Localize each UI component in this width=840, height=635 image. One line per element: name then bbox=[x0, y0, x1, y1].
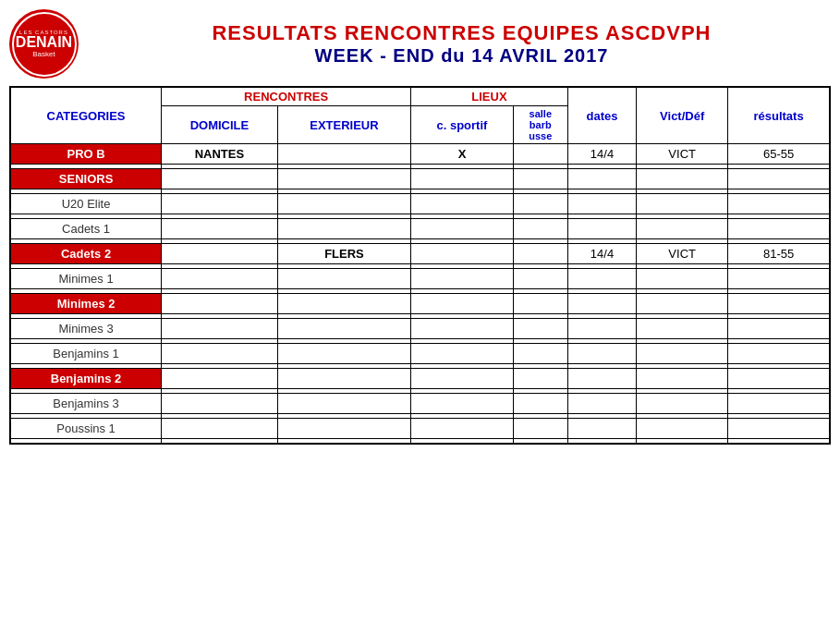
vict-cell bbox=[637, 419, 728, 439]
exterieur-cell bbox=[277, 219, 410, 239]
col-header-resultats: résultats bbox=[728, 87, 830, 144]
result-cell: 81-55 bbox=[728, 244, 830, 264]
csportif-cell bbox=[411, 269, 514, 289]
salle-cell bbox=[513, 169, 567, 189]
date-cell bbox=[567, 194, 636, 214]
col-header-csportif: c. sportif bbox=[411, 106, 514, 144]
result-cell bbox=[728, 294, 830, 314]
csportif-cell bbox=[411, 394, 514, 414]
result-cell bbox=[728, 344, 830, 364]
table-row: Poussins 1 bbox=[10, 419, 830, 439]
logo: LES CASTORS DENAIN Basket bbox=[9, 9, 79, 79]
domicile-cell bbox=[162, 244, 278, 264]
category-cell: Benjamins 2 bbox=[10, 369, 162, 389]
date-cell bbox=[567, 169, 636, 189]
col-header-dates: dates bbox=[567, 87, 636, 144]
results-table: CATEGORIES RENCONTRES LIEUX dates Vict/D… bbox=[9, 86, 831, 445]
vict-cell: VICT bbox=[637, 144, 728, 165]
vict-cell bbox=[637, 319, 728, 339]
table-row: Minimes 2 bbox=[10, 294, 830, 314]
category-cell: Poussins 1 bbox=[10, 419, 162, 439]
col-header-salle: sallebarbusse bbox=[513, 106, 567, 144]
csportif-cell: X bbox=[411, 144, 514, 165]
exterieur-cell bbox=[277, 144, 410, 165]
exterieur-cell bbox=[277, 169, 410, 189]
csportif-cell bbox=[411, 319, 514, 339]
result-cell: 65-55 bbox=[728, 144, 830, 165]
col-header-exterieur: EXTERIEUR bbox=[277, 106, 410, 144]
vict-cell bbox=[637, 294, 728, 314]
vict-cell bbox=[637, 269, 728, 289]
csportif-cell bbox=[411, 169, 514, 189]
category-cell: Minimes 1 bbox=[10, 269, 162, 289]
exterieur-cell bbox=[277, 319, 410, 339]
vict-cell bbox=[637, 369, 728, 389]
category-cell: Cadets 2 bbox=[10, 244, 162, 264]
col-header-domicile: DOMICILE bbox=[162, 106, 278, 144]
category-cell: U20 Elite bbox=[10, 194, 162, 214]
group-header-row: CATEGORIES RENCONTRES LIEUX dates Vict/D… bbox=[10, 87, 830, 106]
salle-cell bbox=[513, 394, 567, 414]
table-row: Benjamins 1 bbox=[10, 344, 830, 364]
date-cell bbox=[567, 369, 636, 389]
exterieur-cell bbox=[277, 194, 410, 214]
salle-cell bbox=[513, 244, 567, 264]
domicile-cell bbox=[162, 294, 278, 314]
result-cell bbox=[728, 369, 830, 389]
result-cell bbox=[728, 419, 830, 439]
salle-cell bbox=[513, 369, 567, 389]
table-row: SENIORS bbox=[10, 169, 830, 189]
exterieur-cell bbox=[277, 294, 410, 314]
domicile-cell bbox=[162, 169, 278, 189]
table-row: Cadets 2FLERS14/4VICT81-55 bbox=[10, 244, 830, 264]
csportif-cell bbox=[411, 344, 514, 364]
group-rencontres: RENCONTRES bbox=[162, 87, 411, 106]
table-row: Cadets 1 bbox=[10, 219, 830, 239]
date-cell bbox=[567, 219, 636, 239]
table-row: Benjamins 3 bbox=[10, 394, 830, 414]
category-cell: SENIORS bbox=[10, 169, 162, 189]
vict-cell bbox=[637, 394, 728, 414]
vict-cell: VICT bbox=[637, 244, 728, 264]
table-row: Minimes 3 bbox=[10, 319, 830, 339]
col-header-categories: CATEGORIES bbox=[10, 87, 162, 144]
domicile-cell bbox=[162, 369, 278, 389]
exterieur-cell bbox=[277, 419, 410, 439]
domicile-cell: NANTES bbox=[162, 144, 278, 165]
result-cell bbox=[728, 219, 830, 239]
salle-cell bbox=[513, 319, 567, 339]
exterieur-cell bbox=[277, 394, 410, 414]
domicile-cell bbox=[162, 194, 278, 214]
salle-cell bbox=[513, 219, 567, 239]
salle-cell bbox=[513, 294, 567, 314]
page-header: LES CASTORS DENAIN Basket RESULTATS RENC… bbox=[9, 9, 831, 79]
domicile-cell bbox=[162, 344, 278, 364]
spacer-row bbox=[10, 439, 830, 444]
domicile-cell bbox=[162, 219, 278, 239]
salle-cell bbox=[513, 194, 567, 214]
domicile-cell bbox=[162, 319, 278, 339]
exterieur-cell bbox=[277, 344, 410, 364]
table-body: PRO BNANTESX14/4VICT65-55SENIORSU20 Elit… bbox=[10, 144, 830, 444]
result-cell bbox=[728, 394, 830, 414]
csportif-cell bbox=[411, 419, 514, 439]
date-cell bbox=[567, 269, 636, 289]
category-cell: Benjamins 1 bbox=[10, 344, 162, 364]
vict-cell bbox=[637, 344, 728, 364]
page-title: RESULTATS RENCONTRES EQUIPES ASCDVPH bbox=[92, 21, 831, 45]
date-cell bbox=[567, 294, 636, 314]
salle-cell bbox=[513, 144, 567, 165]
table-row: U20 Elite bbox=[10, 194, 830, 214]
exterieur-cell bbox=[277, 369, 410, 389]
domicile-cell bbox=[162, 269, 278, 289]
salle-cell bbox=[513, 269, 567, 289]
date-cell bbox=[567, 394, 636, 414]
csportif-cell bbox=[411, 294, 514, 314]
csportif-cell bbox=[411, 369, 514, 389]
vict-cell bbox=[637, 169, 728, 189]
logo-area: LES CASTORS DENAIN Basket bbox=[9, 9, 92, 79]
category-cell: Cadets 1 bbox=[10, 219, 162, 239]
table-row: Benjamins 2 bbox=[10, 369, 830, 389]
title-area: RESULTATS RENCONTRES EQUIPES ASCDVPH WEE… bbox=[92, 21, 831, 67]
csportif-cell bbox=[411, 194, 514, 214]
